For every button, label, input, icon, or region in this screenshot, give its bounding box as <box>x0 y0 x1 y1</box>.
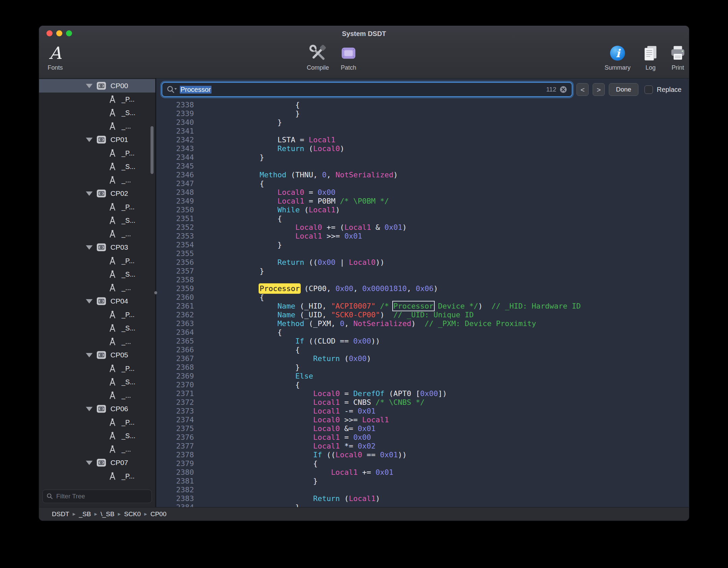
code-line[interactable]: 2346 Method (THNU, 0, NotSerialized) <box>156 171 689 179</box>
code-line[interactable]: 2382 <box>156 486 689 494</box>
code-line[interactable]: 2381 } <box>156 477 689 486</box>
tree-node-cp04[interactable]: CP04 <box>39 294 155 308</box>
code-line[interactable]: 2360 { <box>156 293 689 302</box>
code-line[interactable]: 2372 Local1 = CNBS /* \CNBS */ <box>156 398 689 407</box>
breadcrumb-item[interactable]: _SB <box>79 510 91 518</box>
tree-node-cp01[interactable]: CP01 <box>39 133 155 146</box>
tree-node-method[interactable]: _S... <box>39 268 155 281</box>
breadcrumb-item[interactable]: DSDT <box>52 510 69 518</box>
code-line[interactable]: 2368 } <box>156 363 689 372</box>
code-line[interactable]: 2367 Return (0x00) <box>156 354 689 363</box>
tree-node-method[interactable]: _... <box>39 173 155 187</box>
disclosure-triangle-icon[interactable] <box>86 191 93 196</box>
code-line[interactable]: 2354 } <box>156 241 689 249</box>
find-next-button[interactable]: > <box>593 83 605 96</box>
replace-checkbox[interactable] <box>644 85 653 94</box>
code-line[interactable]: 2376 Local1 = 0x00 <box>156 433 689 442</box>
tree-node-cp06[interactable]: CP06 <box>39 402 155 416</box>
code-line[interactable]: 2384 } <box>156 503 689 507</box>
minimize-button[interactable] <box>56 30 62 36</box>
code-line[interactable]: 2357 } <box>156 267 689 276</box>
tree-node-cp02[interactable]: CP02 <box>39 187 155 200</box>
tree-node-method[interactable]: _S... <box>39 375 155 389</box>
toolbar-print-button[interactable]: Print <box>656 43 689 71</box>
code-line[interactable]: 2339 } <box>156 109 689 118</box>
code-line[interactable]: 2347 { <box>156 179 689 188</box>
tree-node-method[interactable]: _S... <box>39 429 155 442</box>
tree-node-method[interactable]: _P... <box>39 146 155 160</box>
clear-search-button[interactable] <box>559 85 568 94</box>
code-line[interactable]: 2380 Local1 += 0x01 <box>156 468 689 477</box>
filter-tree-field[interactable] <box>42 490 152 503</box>
code-line[interactable]: 2377 Local1 *= 0x02 <box>156 442 689 451</box>
tree-node-method[interactable]: _... <box>39 119 155 133</box>
tree-node-method[interactable]: _P... <box>39 362 155 375</box>
code-line[interactable]: 2340 } <box>156 118 689 127</box>
code-line[interactable]: 2355 <box>156 249 689 258</box>
code-line[interactable]: 2344 } <box>156 153 689 162</box>
code-line[interactable]: 2349 Local1 = P0BM /* \P0BM */ <box>156 197 689 206</box>
disclosure-triangle-icon[interactable] <box>86 84 93 88</box>
code-line[interactable]: 2359 Processor (CP00, 0x00, 0x00001810, … <box>156 284 689 293</box>
code-line[interactable]: 2370 { <box>156 381 689 389</box>
tree-node-method[interactable]: _P... <box>39 469 155 483</box>
disclosure-triangle-icon[interactable] <box>86 299 93 304</box>
code-line[interactable]: 2353 Local1 >>= 0x01 <box>156 232 689 241</box>
tree-node-method[interactable]: _P... <box>39 93 155 106</box>
code-line[interactable]: 2338 { <box>156 101 689 109</box>
disclosure-triangle-icon[interactable] <box>86 353 93 357</box>
code-line[interactable]: 2343 Return (Local0) <box>156 144 689 153</box>
code-line[interactable]: 2362 Name (_UID, "SCK0-CP00") // _UID: U… <box>156 311 689 319</box>
code-line[interactable]: 2361 Name (_HID, "ACPI0007" /* Processor… <box>156 302 689 311</box>
find-input[interactable]: Processor 112 <box>162 82 572 97</box>
code-line[interactable]: 2364 { <box>156 328 689 337</box>
toolbar-patch-button[interactable]: Patch <box>327 43 370 71</box>
code-line[interactable]: 2373 Local1 -= 0x01 <box>156 407 689 416</box>
tree-node-method[interactable]: _P... <box>39 308 155 321</box>
code-line[interactable]: 2345 <box>156 162 689 171</box>
tree-node-method[interactable]: _... <box>39 335 155 348</box>
tree-node-cp03[interactable]: CP03 <box>39 241 155 254</box>
done-button[interactable]: Done <box>609 83 638 96</box>
toolbar-fonts-button[interactable]: AFonts <box>39 43 77 71</box>
code-line[interactable]: 2375 Local0 &= 0x01 <box>156 424 689 433</box>
code-line[interactable]: 2363 Method (_PXM, 0, NotSerialized) // … <box>156 319 689 328</box>
code-line[interactable]: 2379 { <box>156 459 689 468</box>
code-line[interactable]: 2371 Local0 = DerefOf (APT0 [0x00]) <box>156 389 689 398</box>
code-line[interactable]: 2383 Return (Local1) <box>156 494 689 503</box>
tree-node-cp07[interactable]: CP07 <box>39 456 155 469</box>
sidebar-scrollbar[interactable] <box>151 126 154 174</box>
disclosure-triangle-icon[interactable] <box>86 245 93 250</box>
code-line[interactable]: 2348 Local0 = 0x00 <box>156 188 689 197</box>
tree-node-method[interactable]: _... <box>39 442 155 456</box>
code-line[interactable]: 2369 Else <box>156 372 689 381</box>
find-previous-button[interactable]: < <box>576 83 589 96</box>
code-line[interactable]: 2351 { <box>156 214 689 223</box>
disclosure-triangle-icon[interactable] <box>86 461 93 465</box>
splitter-handle[interactable] <box>154 291 157 294</box>
filter-tree-input[interactable] <box>56 493 148 500</box>
tree-node-method[interactable]: _P... <box>39 416 155 429</box>
code-line[interactable]: 2350 While (Local1) <box>156 206 689 214</box>
code-line[interactable]: 2366 { <box>156 346 689 354</box>
code-line[interactable]: 2378 If ((Local0 == 0x01)) <box>156 451 689 459</box>
pane-splitter[interactable] <box>155 78 156 507</box>
disclosure-triangle-icon[interactable] <box>86 407 93 411</box>
tree-node-method[interactable]: _... <box>39 227 155 241</box>
tree-node-method[interactable]: _... <box>39 389 155 402</box>
tree-node-method[interactable]: _P... <box>39 200 155 214</box>
tree-node-cp00[interactable]: CP00 <box>39 79 155 93</box>
tree-node-method[interactable]: _S... <box>39 160 155 173</box>
code-editor[interactable]: 2338 {2339 }2340 }23412342 LSTA = Local1… <box>156 101 689 507</box>
tree-node-method[interactable]: _S... <box>39 214 155 227</box>
disclosure-triangle-icon[interactable] <box>86 138 93 142</box>
code-line[interactable]: 2352 Local0 += (Local1 & 0x01) <box>156 223 689 232</box>
code-line[interactable]: 2358 <box>156 276 689 284</box>
tree-node-method[interactable]: _S... <box>39 106 155 119</box>
close-button[interactable] <box>46 30 53 36</box>
breadcrumb-item[interactable]: CP00 <box>151 510 167 518</box>
code-line[interactable]: 2342 LSTA = Local1 <box>156 136 689 144</box>
breadcrumb-item[interactable]: \_SB <box>101 510 114 518</box>
tree-node-method[interactable]: _P... <box>39 254 155 268</box>
tree-node-cp05[interactable]: CP05 <box>39 348 155 362</box>
